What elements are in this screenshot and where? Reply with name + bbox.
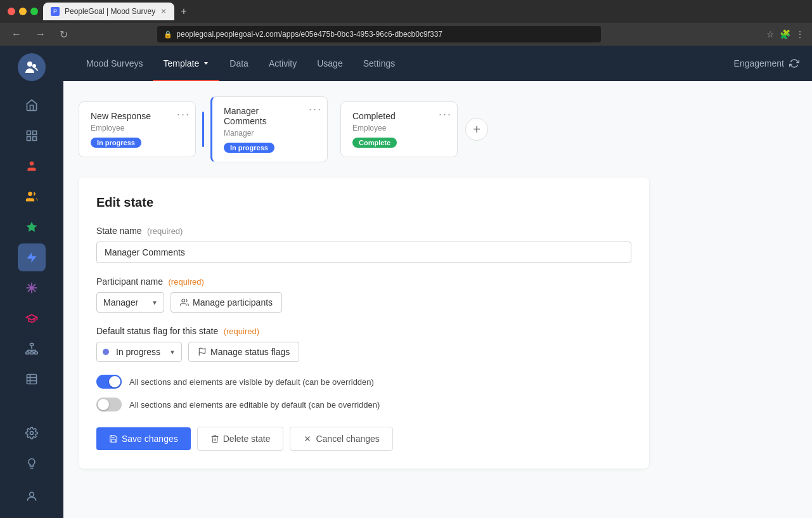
manage-participants-button[interactable]: Manage participants: [171, 292, 282, 313]
browser-dots: [8, 8, 38, 15]
edit-user-icon: [25, 190, 38, 203]
back-button[interactable]: ←: [8, 27, 25, 41]
trash-icon: [210, 434, 219, 443]
state-name-required: (required): [147, 226, 183, 236]
sidebar: [0, 46, 63, 518]
sidebar-item-lightbulb[interactable]: [18, 450, 46, 477]
state-card-new-response[interactable]: ··· New Response Employee In progress: [79, 101, 196, 157]
nav-settings[interactable]: Settings: [353, 46, 406, 81]
state-title-3: Completed: [352, 111, 446, 121]
sidebar-item-graduation[interactable]: [18, 304, 46, 332]
state-subtitle-1: Employee: [91, 124, 184, 133]
state-subtitle-2: Manager: [224, 129, 316, 138]
sidebar-item-user-bottom[interactable]: [18, 482, 46, 510]
ext-icon[interactable]: 🧩: [780, 29, 790, 39]
menu-icon[interactable]: ⋮: [796, 29, 804, 39]
delete-state-button[interactable]: Delete state: [197, 427, 284, 451]
sidebar-item-edit-user[interactable]: [18, 183, 46, 210]
table-icon: [25, 373, 38, 385]
participant-select[interactable]: Manager Employee Admin: [96, 292, 164, 313]
top-nav: Mood Surveys Template Data Activity Usag…: [63, 46, 812, 81]
form-actions: Save changes Delete state Cancel changes: [96, 427, 631, 451]
cancel-changes-button[interactable]: Cancel changes: [290, 427, 392, 451]
sidebar-item-table[interactable]: [18, 365, 46, 393]
state-dots-3[interactable]: ···: [439, 108, 452, 120]
sidebar-item-settings[interactable]: [18, 419, 46, 447]
toggle-visible[interactable]: [96, 375, 122, 389]
nav-usage[interactable]: Usage: [307, 46, 352, 81]
state-name-group: State name (required): [96, 225, 631, 263]
edit-state-title: Edit state: [96, 195, 631, 210]
dot-red[interactable]: [8, 8, 15, 15]
nav-template[interactable]: Template: [153, 46, 219, 81]
nav-activity[interactable]: Activity: [259, 46, 307, 81]
svg-point-29: [182, 299, 185, 302]
forward-button[interactable]: →: [32, 27, 49, 41]
cancel-icon: [303, 434, 312, 443]
svg-point-0: [27, 62, 32, 67]
browser-ext-area: ☆ 🧩 ⋮: [766, 29, 804, 39]
dot-yellow[interactable]: [19, 8, 27, 15]
sync-icon[interactable]: [789, 58, 799, 68]
participant-required: (required): [169, 277, 204, 287]
url-text: peoplegoal.peoplegoal-v2.com/apps/e05e47…: [176, 30, 442, 39]
nav-data[interactable]: Data: [219, 46, 259, 81]
sidebar-item-asterisk[interactable]: [18, 274, 46, 302]
cancel-label: Cancel changes: [316, 434, 379, 444]
manage-status-label: Manage status flags: [210, 347, 290, 357]
nav-right: Engagement: [734, 58, 799, 68]
url-bar[interactable]: 🔒 peoplegoal.peoplegoal-v2.com/apps/e05e…: [157, 26, 601, 42]
sidebar-logo[interactable]: [18, 53, 46, 81]
svg-rect-15: [26, 352, 29, 354]
sidebar-item-user[interactable]: [18, 152, 46, 180]
bookmark-icon[interactable]: ☆: [766, 29, 775, 39]
nav-mood-surveys[interactable]: Mood Surveys: [76, 46, 153, 81]
tab-close[interactable]: ✕: [160, 7, 167, 16]
browser-chrome: P PeopleGoal | Mood Survey ✕ +: [0, 0, 812, 23]
status-flag-select-wrapper: In progress Complete Not started ▼: [96, 342, 182, 362]
svg-point-1: [32, 64, 36, 68]
save-changes-button[interactable]: Save changes: [96, 427, 191, 450]
svg-point-28: [30, 492, 34, 496]
participant-select-wrapper: Manager Employee Admin ▼: [96, 292, 164, 313]
reload-button[interactable]: ↻: [56, 27, 72, 42]
state-title-2: Manager Comments: [224, 106, 316, 126]
state-card-manager-comments[interactable]: ··· Manager Comments Manager In progress: [210, 96, 328, 162]
toggle-editable-row: All sections and elements are editable b…: [96, 398, 631, 411]
toggle-editable[interactable]: [96, 398, 122, 411]
status-flag-select[interactable]: In progress Complete Not started: [96, 342, 182, 362]
svg-rect-17: [34, 352, 37, 354]
browser-tab[interactable]: P PeopleGoal | Mood Survey ✕: [43, 3, 174, 20]
edit-state-panel: Edit state State name (required) Partici…: [79, 178, 649, 469]
template-dropdown-icon: [203, 60, 209, 67]
state-dots-1[interactable]: ···: [177, 108, 190, 120]
sidebar-item-grid[interactable]: [18, 122, 46, 150]
states-row: ··· New Response Employee In progress ··…: [79, 96, 797, 162]
state-name-input[interactable]: [96, 242, 631, 263]
dot-green[interactable]: [30, 8, 38, 15]
state-name-label: State name: [96, 226, 142, 236]
sidebar-item-home[interactable]: [18, 91, 46, 119]
state-dots-2[interactable]: ···: [309, 103, 322, 115]
participant-group: Participant name (required) Manager Empl…: [96, 276, 631, 313]
new-tab-button[interactable]: +: [181, 6, 186, 17]
user-alert-icon: [25, 160, 38, 172]
star-icon: [25, 221, 38, 233]
state-card-completed[interactable]: ··· Completed Employee Complete: [340, 101, 458, 157]
state-badge-1: In progress: [91, 138, 141, 148]
manage-participants-label: Manage participants: [193, 297, 273, 308]
sidebar-item-bolt[interactable]: [18, 243, 46, 271]
status-flag-label: Default status flag for this state: [96, 326, 218, 336]
svg-rect-14: [30, 344, 34, 346]
manage-status-flags-button[interactable]: Manage status flags: [188, 342, 299, 362]
engagement-label: Engagement: [734, 58, 784, 68]
add-state-button[interactable]: +: [465, 118, 488, 141]
status-flag-group: Default status flag for this state (requ…: [96, 325, 631, 362]
state-title-1: New Response: [91, 111, 184, 121]
toggle-editable-label: All sections and elements are editable b…: [129, 400, 380, 410]
sidebar-item-star[interactable]: [18, 213, 46, 241]
toggle-visible-label: All sections and elements are visible by…: [129, 377, 374, 387]
delete-label: Delete state: [223, 434, 271, 444]
svg-rect-23: [27, 375, 37, 384]
sidebar-item-hierarchy[interactable]: [18, 335, 46, 363]
